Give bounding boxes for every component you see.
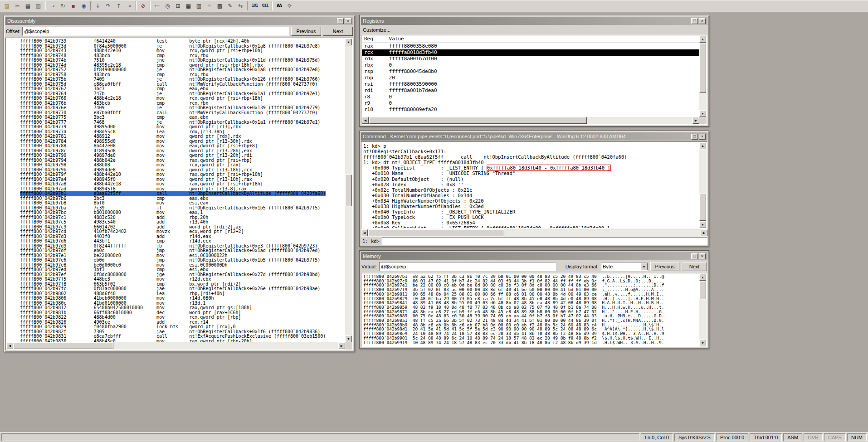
break-button[interactable]: ◉ <box>78 1 89 11</box>
step-into-button[interactable]: ↓ <box>93 1 103 11</box>
copy-button[interactable]: ▤ <box>23 1 33 11</box>
scroll-right-button[interactable]: ▶ <box>692 117 699 124</box>
close-button[interactable]: × <box>699 253 706 259</box>
disassembly-line[interactable]: fffff800`042b97b1e8aa62f5ffcallnt!ObpIns… <box>20 191 326 196</box>
disassembly-line[interactable]: fffff800`042b97d6443bf1cmpr14d,ecx <box>20 239 211 244</box>
register-row[interactable]: r90 <box>362 100 699 107</box>
disassembly-line[interactable]: fffff800`042b981265488b042588010000movra… <box>20 306 252 311</box>
memory-next-button[interactable]: Next <box>682 262 707 271</box>
paste-button[interactable]: ▥ <box>33 1 44 11</box>
register-row[interactable]: rcxfffffa8018d3fb40 <box>362 49 699 56</box>
scroll-down-button[interactable]: ▼ <box>345 335 352 342</box>
open-watch-window-button[interactable]: ◎ <box>162 1 173 11</box>
scroll-thumb[interactable] <box>369 117 587 124</box>
scroll-down-button[interactable]: ▼ <box>699 221 706 228</box>
cut-button[interactable]: ✂ <box>12 1 23 11</box>
disassembly-line[interactable]: fffff800`042b979049897de0movqword ptr [r… <box>20 153 252 158</box>
insert-remove-breakpoint-button[interactable]: ⊘ <box>138 1 148 11</box>
scroll-down-button[interactable]: ▼ <box>699 110 706 117</box>
scroll-up-button[interactable]: ▲ <box>699 36 706 43</box>
registers-titlebar[interactable]: Registers □ × <box>361 17 707 25</box>
dock-button[interactable]: □ <box>337 18 344 24</box>
dock-button[interactable]: □ <box>691 253 698 259</box>
close-button[interactable]: × <box>699 18 706 24</box>
scroll-left-button[interactable]: ◀ <box>6 342 13 349</box>
register-row[interactable]: rspfffff880045de8b0 <box>362 68 699 75</box>
open-disassembly-window-button[interactable]: ▩ <box>215 1 225 11</box>
disassembly-line[interactable]: fffff800`042b9739f6414240testbyte ptr [r… <box>20 39 249 44</box>
font-button[interactable]: AA <box>274 1 284 11</box>
command-input[interactable] <box>382 237 707 245</box>
open-registers-window-button[interactable]: ▦ <box>183 1 194 11</box>
disassembly-line[interactable]: fffff800`042b9743488b4c2e10movrcx,qword … <box>20 49 263 53</box>
disassembly-line[interactable]: fffff800`042b97b88bf0movesi,eax <box>20 201 208 206</box>
open-command-window-button[interactable]: ▭ <box>152 1 162 11</box>
disassembly-line[interactable]: fffff800`042b97dfeb0cjmpnt!ObRegisterCal… <box>20 248 320 253</box>
offset-input[interactable] <box>22 27 289 36</box>
disassembly-line[interactable]: fffff800`042b97520f8490000000jent!ObRegi… <box>20 68 320 73</box>
restart-button[interactable]: ↻ <box>58 1 68 11</box>
scroll-down-button[interactable]: ▼ <box>699 340 706 346</box>
open-locals-window-button[interactable]: ⊞ <box>173 1 183 11</box>
memory-vscrollbar[interactable]: ▲ ▼ <box>699 274 707 346</box>
scroll-thumb[interactable] <box>699 281 706 299</box>
scroll-up-button[interactable]: ▲ <box>345 39 352 45</box>
scroll-thumb[interactable] <box>14 342 113 349</box>
scroll-thumb[interactable] <box>699 43 706 93</box>
register-row[interactable]: r10fffff880009efa20 <box>362 107 699 113</box>
disassembly-line[interactable]: fffff800`042b97c54983c540addr13,40h <box>20 220 208 225</box>
disassembly-hscrollbar[interactable]: ◀ ▶ <box>6 342 345 350</box>
open-calls-window-button[interactable]: ≡ <box>204 1 215 11</box>
registers-hscrollbar[interactable]: ◀ ▶ <box>362 117 699 124</box>
disassembly-line[interactable]: fffff800`042b97e6eb0djmpnt!ObRegisterCal… <box>20 258 320 263</box>
scroll-thumb[interactable] <box>699 194 706 221</box>
disassembly-line[interactable]: fffff800`042b9781488912movqword ptr [rdx… <box>20 134 241 139</box>
scroll-up-button[interactable]: ▲ <box>699 274 706 281</box>
disassembly-line[interactable]: fffff800`042b97f5448be3movr12d,ebx <box>20 277 211 282</box>
options-button[interactable]: ☼ <box>284 1 295 11</box>
disassembly-line[interactable]: fffff800`042b97753bc3cmpeax,ebx <box>20 115 208 120</box>
source-mode-on-button[interactable]: 101 <box>249 1 260 11</box>
virtual-address-input[interactable] <box>379 262 556 271</box>
disassembly-line[interactable]: fffff800`042b9822488b4d00movrcx,qword pt… <box>20 315 241 320</box>
step-out-button[interactable]: ↑ <box>113 1 124 11</box>
next-button[interactable]: Next <box>323 27 353 36</box>
disassembly-line[interactable]: fffff800`042b9798488b08movrcx,qword ptr … <box>20 163 241 168</box>
step-over-button[interactable]: ↷ <box>103 1 113 11</box>
previous-button[interactable]: Previous <box>291 27 321 36</box>
dock-button[interactable]: □ <box>691 18 698 24</box>
open-scratch-pad-button[interactable]: ✎ <box>225 1 235 11</box>
disassembly-line[interactable]: fffff800`042b9831e8ca7cbfffcallnt!ExfAcq… <box>20 334 326 339</box>
command-vscrollbar[interactable]: ▲ ▼ <box>699 142 707 228</box>
scroll-thumb[interactable] <box>368 229 504 236</box>
registers-vscrollbar[interactable]: ▲ ▼ <box>699 36 707 117</box>
scroll-thumb[interactable] <box>345 175 352 206</box>
scroll-right-button[interactable]: ▶ <box>701 229 707 236</box>
disassembly-line[interactable]: fffff800`042b9766488b4c2e18movrcx,qword … <box>20 96 263 101</box>
scroll-right-button[interactable]: ▶ <box>338 342 345 349</box>
source-mode-off-button[interactable]: 011 <box>260 1 270 11</box>
chevron-down-icon[interactable]: ▼ <box>640 263 648 270</box>
command-titlebar[interactable]: Command - Kernel 'com:pipe,resets=0,reco… <box>361 132 707 141</box>
disassembly-line[interactable]: fffff800`042b97bcb801000000moveax,1 <box>20 210 203 215</box>
customize-link[interactable]: Customize... <box>363 27 390 33</box>
disassembly-line[interactable]: fffff800`042b97ed3bf3cmpesi,ebx <box>20 267 208 272</box>
stop-debugging-button[interactable]: ▪ <box>68 1 78 11</box>
memory-previous-button[interactable]: Previous <box>650 262 679 271</box>
register-row[interactable]: r80 <box>362 94 699 100</box>
register-row[interactable]: rdifffff8a001b7dea0 <box>362 87 699 94</box>
disassembly-line[interactable]: fffff800`042b97623bc3cmpeax,ebx <box>20 87 208 92</box>
go-button[interactable]: → <box>47 1 58 11</box>
run-to-cursor-button[interactable]: ⇥ <box>124 1 134 11</box>
disassembly-line[interactable]: fffff800`042b975b7409jent!ObRegisterCall… <box>20 77 320 82</box>
disassembly-line[interactable]: fffff800`042b97fc0f83ac000000jaent!ObReg… <box>20 287 320 291</box>
open-source-file-button[interactable]: ▨ <box>2 1 12 11</box>
memory-titlebar[interactable]: Memory □ × <box>361 252 707 260</box>
memory-line[interactable]: fffff800`042b991910 48 89 74 24 18 57 48… <box>363 340 699 345</box>
scroll-up-button[interactable]: ▲ <box>699 142 706 149</box>
disassembly-vscrollbar[interactable]: ▲ ▼ <box>345 39 352 342</box>
disassembly-titlebar[interactable]: Disassembly □ × <box>5 17 353 25</box>
command-hscrollbar[interactable]: ◀ ▶ <box>361 229 707 237</box>
scroll-left-button[interactable]: ◀ <box>362 117 369 124</box>
open-processes-threads-button[interactable]: ⇆ <box>235 1 246 11</box>
